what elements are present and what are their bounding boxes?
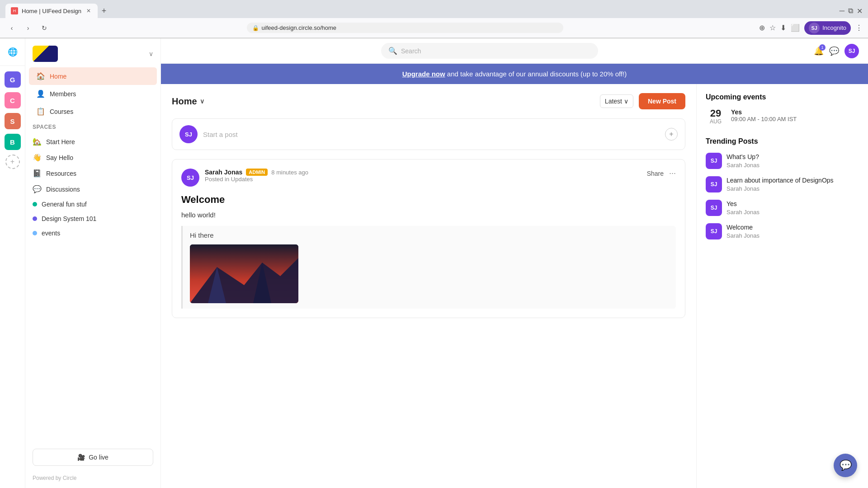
event-info: Yes 09:00 AM - 10:00 AM IST	[731, 108, 797, 122]
add-community-button[interactable]: +	[5, 155, 20, 169]
space-events[interactable]: events	[25, 226, 160, 240]
globe-button[interactable]: 🌐	[5, 44, 21, 60]
upgrade-banner: Upgrade now and take advantage of our an…	[161, 64, 868, 84]
lens-icon[interactable]: ⊕	[759, 23, 765, 32]
go-live-icon: 🎥	[77, 454, 85, 461]
trending-title-3: Welcome	[726, 223, 760, 231]
post-body: hello world!	[181, 211, 676, 219]
search-icon: 🔍	[388, 47, 397, 55]
quote-text: Hi there	[190, 231, 669, 239]
events-dot	[33, 231, 37, 235]
left-navigation: ∨ 🏠 Home 👤 Members 📋 Courses Spaces 🏡 St…	[25, 38, 161, 488]
nav-header-chevron[interactable]: ∨	[149, 50, 153, 57]
sort-button[interactable]: Latest ∨	[600, 94, 633, 108]
close-button[interactable]: ✕	[857, 7, 863, 15]
space-say-hello[interactable]: 👋 Say Hello	[25, 150, 160, 165]
trending-posts-section: Trending Posts SJ What's Up? Sarah Jonas…	[706, 137, 859, 239]
nav-logo	[33, 46, 58, 62]
trending-item-3[interactable]: SJ Welcome Sarah Jonas	[706, 223, 859, 239]
compose-plus-button[interactable]: +	[665, 128, 678, 141]
chat-fab-button[interactable]: 💬	[834, 454, 857, 477]
user-avatar-button[interactable]: SJ	[844, 44, 859, 58]
sort-label: Latest	[605, 98, 622, 105]
minimize-button[interactable]: ─	[840, 7, 844, 15]
share-button[interactable]: Share	[647, 170, 664, 177]
space-general-fun-label: General fun stuf	[42, 201, 87, 208]
space-start-here[interactable]: 🏡 Start Here	[25, 134, 160, 150]
trending-info-1: Learn about importance of DesignOps Sara…	[726, 176, 834, 192]
new-post-button[interactable]: New Post	[639, 93, 685, 109]
post-quote: Hi there	[181, 226, 676, 309]
trending-item-2[interactable]: SJ Yes Sarah Jonas	[706, 200, 859, 216]
space-resources[interactable]: 📓 Resources	[25, 165, 160, 181]
space-design-system-label: Design System 101	[42, 215, 96, 222]
space-resources-label: Resources	[46, 170, 76, 177]
nav-home-label: Home	[50, 73, 66, 80]
community-c-button[interactable]: C	[5, 92, 21, 108]
event-item[interactable]: 29 AUG Yes 09:00 AM - 10:00 AM IST	[706, 108, 859, 125]
tab-close-button[interactable]: ✕	[85, 7, 92, 14]
nav-members[interactable]: 👤 Members	[29, 85, 157, 103]
trending-item-0[interactable]: SJ What's Up? Sarah Jonas	[706, 153, 859, 169]
more-options-icon[interactable]: ⋮	[855, 23, 863, 32]
admin-badge: ADMIN	[246, 169, 268, 176]
search-placeholder: Search	[401, 47, 421, 55]
back-button[interactable]: ‹	[5, 22, 18, 34]
general-fun-dot	[33, 202, 37, 206]
community-s-button[interactable]: S	[5, 113, 21, 129]
search-bar[interactable]: 🔍 Search	[381, 43, 598, 59]
notification-bell[interactable]: 🔔 1	[814, 46, 824, 56]
nav-courses[interactable]: 📋 Courses	[29, 103, 157, 120]
home-icon: 🏠	[36, 72, 45, 80]
forward-button[interactable]: ›	[22, 22, 34, 34]
trending-info-2: Yes Sarah Jonas	[726, 200, 760, 216]
space-discussions[interactable]: 💬 Discussions	[25, 181, 160, 197]
discussions-icon: 💬	[33, 185, 42, 193]
compose-placeholder[interactable]: Start a post	[203, 131, 660, 138]
community-b-button[interactable]: B	[5, 134, 21, 150]
upgrade-link[interactable]: Upgrade now	[402, 70, 445, 78]
start-here-icon: 🏡	[33, 137, 42, 146]
feed-title-chevron[interactable]: ∨	[200, 98, 204, 105]
tab-favicon: H	[11, 7, 18, 14]
address-bar[interactable]: 🔒 uifeed-design.circle.so/home	[247, 23, 563, 33]
maximize-button[interactable]: ⧉	[848, 7, 853, 15]
post-location: Posted in Updates	[205, 176, 642, 183]
trending-avatar-3: SJ	[706, 223, 722, 239]
trending-item-1[interactable]: SJ Learn about importance of DesignOps S…	[706, 176, 859, 192]
new-tab-button[interactable]: +	[98, 5, 110, 17]
spaces-section-label: Spaces	[25, 120, 160, 134]
trending-author-0: Sarah Jonas	[726, 162, 760, 169]
download-icon[interactable]: ⬇	[780, 23, 786, 32]
space-design-system[interactable]: Design System 101	[25, 211, 160, 226]
space-general-fun[interactable]: General fun stuf	[25, 197, 160, 211]
more-options-button[interactable]: ···	[669, 169, 676, 178]
community-g-button[interactable]: G	[5, 71, 21, 88]
chat-fab-icon: 💬	[840, 460, 852, 471]
design-system-dot	[33, 216, 37, 221]
incognito-badge[interactable]: SJ Incognito	[804, 21, 851, 35]
space-events-label: events	[42, 230, 60, 237]
browser-tab[interactable]: H Home | UIFeed Design ✕	[5, 4, 98, 18]
messages-icon[interactable]: 💬	[829, 46, 839, 56]
post-composer: SJ Start a post +	[172, 118, 685, 150]
nav-members-label: Members	[50, 90, 76, 98]
post-card: SJ Sarah Jonas ADMIN 8 minutes ago Poste…	[172, 159, 685, 318]
upcoming-events-title: Upcoming events	[706, 93, 859, 101]
trending-avatar-2: SJ	[706, 200, 722, 216]
event-date: 29 AUG	[706, 108, 726, 125]
powered-by: Powered by Circle	[25, 471, 160, 488]
space-discussions-label: Discussions	[46, 186, 80, 193]
trending-title-2: Yes	[726, 200, 760, 208]
post-title: Welcome	[181, 194, 676, 206]
refresh-button[interactable]: ↻	[38, 22, 51, 34]
post-time: 8 minutes ago	[271, 169, 308, 176]
nav-home[interactable]: 🏠 Home	[29, 67, 157, 85]
go-live-button[interactable]: 🎥 Go live	[33, 449, 153, 466]
bookmark-icon[interactable]: ☆	[769, 23, 776, 32]
trending-title-1: Learn about importance of DesignOps	[726, 176, 834, 184]
profile-icon[interactable]: ⬜	[791, 23, 800, 32]
trending-author-3: Sarah Jonas	[726, 232, 760, 239]
trending-info-0: What's Up? Sarah Jonas	[726, 153, 760, 169]
space-start-here-label: Start Here	[46, 138, 75, 145]
